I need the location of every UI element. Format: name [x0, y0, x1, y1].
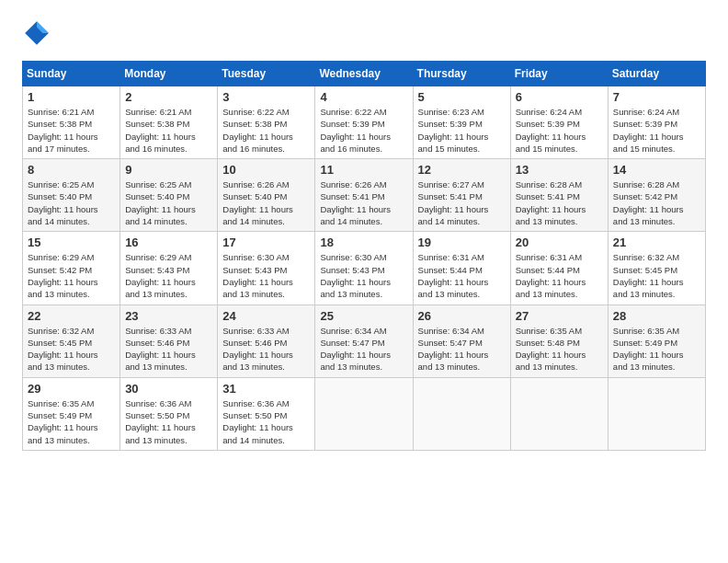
- day-info: Sunrise: 6:31 AM Sunset: 5:44 PM Dayligh…: [418, 251, 506, 300]
- col-header-thursday: Thursday: [413, 62, 510, 86]
- day-info: Sunrise: 6:26 AM Sunset: 5:41 PM Dayligh…: [320, 178, 407, 227]
- col-header-sunday: Sunday: [23, 62, 120, 86]
- day-info: Sunrise: 6:35 AM Sunset: 5:49 PM Dayligh…: [28, 397, 115, 446]
- day-info: Sunrise: 6:32 AM Sunset: 5:45 PM Dayligh…: [613, 251, 700, 300]
- day-number: 22: [28, 309, 115, 323]
- day-info: Sunrise: 6:35 AM Sunset: 5:49 PM Dayligh…: [613, 325, 700, 373]
- day-cell: 27Sunrise: 6:35 AM Sunset: 5:48 PM Dayli…: [510, 304, 608, 377]
- day-info: Sunrise: 6:21 AM Sunset: 5:38 PM Dayligh…: [125, 106, 212, 155]
- day-cell: 31Sunrise: 6:36 AM Sunset: 5:50 PM Dayli…: [218, 377, 315, 450]
- day-cell: 21Sunrise: 6:32 AM Sunset: 5:45 PM Dayli…: [608, 232, 705, 304]
- day-info: Sunrise: 6:32 AM Sunset: 5:45 PM Dayligh…: [28, 325, 115, 373]
- day-number: 4: [320, 90, 407, 104]
- day-number: 15: [28, 236, 115, 249]
- day-cell: 16Sunrise: 6:29 AM Sunset: 5:43 PM Dayli…: [120, 232, 218, 304]
- week-row-4: 22Sunrise: 6:32 AM Sunset: 5:45 PM Dayli…: [23, 304, 706, 377]
- week-row-1: 1Sunrise: 6:21 AM Sunset: 5:38 PM Daylig…: [23, 86, 706, 159]
- week-row-3: 15Sunrise: 6:29 AM Sunset: 5:42 PM Dayli…: [23, 232, 706, 304]
- day-cell: 15Sunrise: 6:29 AM Sunset: 5:42 PM Dayli…: [23, 232, 120, 304]
- day-cell: 19Sunrise: 6:31 AM Sunset: 5:44 PM Dayli…: [413, 232, 510, 304]
- day-cell: 28Sunrise: 6:35 AM Sunset: 5:49 PM Dayli…: [608, 304, 705, 377]
- col-header-monday: Monday: [120, 62, 218, 86]
- day-number: 28: [613, 309, 700, 323]
- day-number: 26: [418, 309, 506, 323]
- week-row-2: 8Sunrise: 6:25 AM Sunset: 5:40 PM Daylig…: [23, 159, 706, 232]
- week-row-5: 29Sunrise: 6:35 AM Sunset: 5:49 PM Dayli…: [23, 377, 706, 450]
- day-number: 20: [516, 236, 603, 249]
- day-info: Sunrise: 6:28 AM Sunset: 5:42 PM Dayligh…: [613, 178, 700, 227]
- day-info: Sunrise: 6:30 AM Sunset: 5:43 PM Dayligh…: [320, 251, 407, 300]
- day-number: 11: [320, 163, 407, 177]
- day-info: Sunrise: 6:27 AM Sunset: 5:41 PM Dayligh…: [418, 178, 506, 227]
- day-info: Sunrise: 6:23 AM Sunset: 5:39 PM Dayligh…: [418, 106, 506, 155]
- day-number: 23: [125, 309, 212, 323]
- day-cell: 2Sunrise: 6:21 AM Sunset: 5:38 PM Daylig…: [120, 86, 218, 159]
- day-info: Sunrise: 6:34 AM Sunset: 5:47 PM Dayligh…: [320, 325, 407, 373]
- calendar-table: SundayMondayTuesdayWednesdayThursdayFrid…: [22, 61, 706, 451]
- day-cell: [510, 377, 608, 450]
- day-cell: 7Sunrise: 6:24 AM Sunset: 5:39 PM Daylig…: [608, 86, 705, 159]
- day-cell: 12Sunrise: 6:27 AM Sunset: 5:41 PM Dayli…: [413, 159, 510, 232]
- day-number: 14: [613, 163, 700, 177]
- day-info: Sunrise: 6:34 AM Sunset: 5:47 PM Dayligh…: [418, 325, 506, 373]
- day-info: Sunrise: 6:36 AM Sunset: 5:50 PM Dayligh…: [125, 397, 212, 446]
- day-info: Sunrise: 6:29 AM Sunset: 5:43 PM Dayligh…: [125, 251, 212, 300]
- day-cell: [315, 377, 413, 450]
- day-info: Sunrise: 6:36 AM Sunset: 5:50 PM Dayligh…: [222, 397, 310, 446]
- day-cell: 10Sunrise: 6:26 AM Sunset: 5:40 PM Dayli…: [218, 159, 315, 232]
- logo-icon: [22, 18, 51, 48]
- day-number: 24: [222, 309, 310, 323]
- header: [22, 18, 706, 48]
- day-cell: 29Sunrise: 6:35 AM Sunset: 5:49 PM Dayli…: [23, 377, 120, 450]
- day-number: 19: [418, 236, 506, 249]
- col-header-saturday: Saturday: [608, 62, 705, 86]
- day-info: Sunrise: 6:31 AM Sunset: 5:44 PM Dayligh…: [516, 251, 603, 300]
- calendar-header: SundayMondayTuesdayWednesdayThursdayFrid…: [23, 62, 706, 86]
- day-info: Sunrise: 6:26 AM Sunset: 5:40 PM Dayligh…: [222, 178, 310, 227]
- day-cell: 22Sunrise: 6:32 AM Sunset: 5:45 PM Dayli…: [23, 304, 120, 377]
- logo: [22, 18, 55, 48]
- day-info: Sunrise: 6:24 AM Sunset: 5:39 PM Dayligh…: [516, 106, 603, 155]
- day-info: Sunrise: 6:24 AM Sunset: 5:39 PM Dayligh…: [613, 106, 700, 155]
- day-number: 2: [125, 90, 212, 104]
- day-number: 31: [222, 382, 310, 396]
- day-number: 17: [222, 236, 310, 249]
- day-cell: 23Sunrise: 6:33 AM Sunset: 5:46 PM Dayli…: [120, 304, 218, 377]
- day-cell: 8Sunrise: 6:25 AM Sunset: 5:40 PM Daylig…: [23, 159, 120, 232]
- col-header-wednesday: Wednesday: [315, 62, 413, 86]
- day-info: Sunrise: 6:21 AM Sunset: 5:38 PM Dayligh…: [28, 106, 115, 155]
- day-number: 8: [28, 163, 115, 177]
- day-cell: 13Sunrise: 6:28 AM Sunset: 5:41 PM Dayli…: [510, 159, 608, 232]
- day-number: 29: [28, 382, 115, 396]
- day-number: 12: [418, 163, 506, 177]
- day-cell: 26Sunrise: 6:34 AM Sunset: 5:47 PM Dayli…: [413, 304, 510, 377]
- day-cell: [608, 377, 705, 450]
- day-number: 13: [516, 163, 603, 177]
- day-number: 27: [516, 309, 603, 323]
- day-cell: 1Sunrise: 6:21 AM Sunset: 5:38 PM Daylig…: [23, 86, 120, 159]
- day-number: 7: [613, 90, 700, 104]
- day-number: 9: [125, 163, 212, 177]
- day-number: 1: [28, 90, 115, 104]
- day-cell: 6Sunrise: 6:24 AM Sunset: 5:39 PM Daylig…: [510, 86, 608, 159]
- day-number: 25: [320, 309, 407, 323]
- day-cell: 20Sunrise: 6:31 AM Sunset: 5:44 PM Dayli…: [510, 232, 608, 304]
- day-info: Sunrise: 6:30 AM Sunset: 5:43 PM Dayligh…: [222, 251, 310, 300]
- day-cell: [413, 377, 510, 450]
- day-cell: 14Sunrise: 6:28 AM Sunset: 5:42 PM Dayli…: [608, 159, 705, 232]
- day-number: 10: [222, 163, 310, 177]
- day-number: 3: [222, 90, 310, 104]
- day-cell: 3Sunrise: 6:22 AM Sunset: 5:38 PM Daylig…: [218, 86, 315, 159]
- page: SundayMondayTuesdayWednesdayThursdayFrid…: [0, 0, 728, 465]
- day-cell: 11Sunrise: 6:26 AM Sunset: 5:41 PM Dayli…: [315, 159, 413, 232]
- day-info: Sunrise: 6:35 AM Sunset: 5:48 PM Dayligh…: [516, 325, 603, 373]
- day-cell: 30Sunrise: 6:36 AM Sunset: 5:50 PM Dayli…: [120, 377, 218, 450]
- day-info: Sunrise: 6:25 AM Sunset: 5:40 PM Dayligh…: [125, 178, 212, 227]
- col-header-tuesday: Tuesday: [218, 62, 315, 86]
- day-number: 6: [516, 90, 603, 104]
- calendar-body: 1Sunrise: 6:21 AM Sunset: 5:38 PM Daylig…: [23, 86, 706, 451]
- day-number: 18: [320, 236, 407, 249]
- day-number: 30: [125, 382, 212, 396]
- col-header-friday: Friday: [510, 62, 608, 86]
- day-info: Sunrise: 6:29 AM Sunset: 5:42 PM Dayligh…: [28, 251, 115, 300]
